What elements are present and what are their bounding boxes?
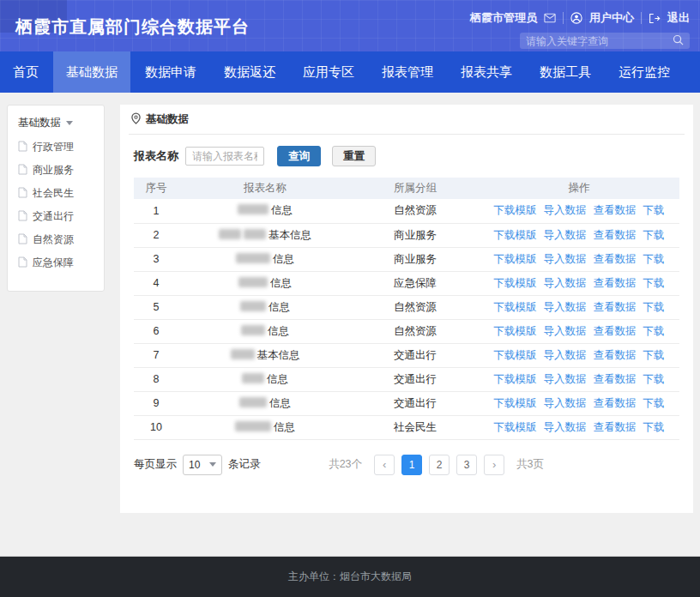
- download-template-link[interactable]: 下载模版: [494, 421, 537, 433]
- download-template-link[interactable]: 下载模版: [494, 229, 537, 241]
- sidebar-item-0[interactable]: 行政管理: [16, 136, 95, 159]
- per-page-select[interactable]: 10: [183, 455, 222, 475]
- total-items: 共23个: [329, 457, 362, 472]
- download-template-link[interactable]: 下载模版: [494, 301, 537, 313]
- prev-page-button[interactable]: ‹: [374, 455, 395, 475]
- report-name-suffix: 信息: [269, 397, 291, 409]
- report-name: 信息: [178, 415, 352, 439]
- download-template-link[interactable]: 下载模版: [494, 277, 537, 289]
- view-data-link[interactable]: 查看数据: [594, 204, 637, 216]
- nav-tab-8[interactable]: 运行监控: [606, 51, 683, 93]
- report-group: 商业服务: [352, 247, 479, 271]
- report-name: 信息: [178, 367, 352, 391]
- import-data-link[interactable]: 导入数据: [544, 204, 587, 216]
- download-link[interactable]: 下载: [643, 373, 665, 385]
- nav-tab-5[interactable]: 报表管理: [369, 51, 446, 93]
- download-template-link[interactable]: 下载模版: [494, 253, 537, 265]
- download-template-link[interactable]: 下载模版: [494, 349, 537, 361]
- view-data-link[interactable]: 查看数据: [594, 277, 637, 289]
- download-link[interactable]: 下载: [643, 204, 665, 216]
- download-template-link[interactable]: 下载模版: [494, 397, 537, 409]
- sidebar-group-toggle[interactable]: 基础数据: [18, 116, 95, 130]
- file-icon: [18, 141, 27, 154]
- import-data-link[interactable]: 导入数据: [544, 229, 587, 241]
- sidebar-item-2[interactable]: 社会民生: [16, 182, 95, 205]
- page-button-2[interactable]: 2: [429, 455, 450, 475]
- nav-tab-0[interactable]: 首页: [0, 51, 51, 93]
- nav-tab-2[interactable]: 数据申请: [132, 51, 209, 93]
- row-index: 10: [134, 415, 178, 439]
- sidebar-item-1[interactable]: 商业服务: [16, 159, 95, 182]
- view-data-link[interactable]: 查看数据: [594, 325, 637, 337]
- reset-button[interactable]: 重置: [332, 146, 376, 166]
- report-group: 应急保障: [352, 271, 479, 295]
- report-name: 基本信息: [178, 343, 352, 367]
- next-page-button[interactable]: ›: [484, 455, 504, 475]
- download-link[interactable]: 下载: [643, 277, 665, 289]
- report-name-suffix: 信息: [267, 373, 288, 385]
- download-link[interactable]: 下载: [643, 325, 665, 337]
- sidebar-item-5[interactable]: 应急保障: [16, 251, 95, 274]
- view-data-link[interactable]: 查看数据: [594, 373, 637, 385]
- app-header: 栖霞市直属部门综合数据平台 栖霞市管理员 用户中心 退出: [0, 0, 700, 51]
- download-link[interactable]: 下载: [643, 253, 665, 265]
- download-template-link[interactable]: 下载模版: [494, 204, 537, 216]
- view-data-link[interactable]: 查看数据: [594, 229, 637, 241]
- nav-tab-7[interactable]: 数据工具: [527, 51, 604, 93]
- redacted-text: [240, 301, 266, 311]
- import-data-link[interactable]: 导入数据: [544, 277, 587, 289]
- download-template-link[interactable]: 下载模版: [494, 325, 537, 337]
- download-template-link[interactable]: 下载模版: [494, 373, 537, 385]
- report-name-suffix: 信息: [273, 253, 294, 265]
- search-icon[interactable]: [673, 33, 684, 49]
- download-link[interactable]: 下载: [643, 301, 665, 313]
- sidebar-item-label: 自然资源: [33, 232, 74, 247]
- import-data-link[interactable]: 导入数据: [544, 325, 587, 337]
- filter-bar: 报表名称 查询 重置: [129, 135, 685, 177]
- sidebar-item-label: 应急保障: [33, 256, 74, 270]
- page-button-1[interactable]: 1: [401, 455, 422, 475]
- download-link[interactable]: 下载: [643, 421, 665, 433]
- nav-tab-3[interactable]: 数据返还: [211, 51, 288, 93]
- report-group: 社会民生: [352, 415, 479, 439]
- logout-link[interactable]: 退出: [667, 10, 690, 26]
- download-link[interactable]: 下载: [643, 397, 665, 409]
- caret-down-icon: [209, 462, 216, 467]
- nav-tab-4[interactable]: 应用专区: [290, 51, 367, 93]
- import-data-link[interactable]: 导入数据: [544, 373, 587, 385]
- download-link[interactable]: 下载: [643, 349, 665, 361]
- import-data-link[interactable]: 导入数据: [544, 301, 587, 313]
- global-search-box[interactable]: [520, 33, 690, 49]
- nav-tab-6[interactable]: 报表共享: [448, 51, 525, 93]
- table-row: 10信息社会民生下载模版导入数据查看数据下载: [134, 415, 679, 439]
- report-name-input[interactable]: [185, 147, 264, 166]
- page-button-3[interactable]: 3: [456, 455, 477, 475]
- import-data-link[interactable]: 导入数据: [544, 349, 587, 361]
- redacted-text: [241, 325, 265, 335]
- envelope-icon[interactable]: [544, 13, 556, 23]
- user-center-link[interactable]: 用户中心: [589, 10, 634, 26]
- sidebar-item-3[interactable]: 交通出行: [16, 205, 95, 228]
- sidebar-item-4[interactable]: 自然资源: [16, 228, 95, 251]
- row-index: 1: [134, 199, 178, 223]
- nav-tab-1[interactable]: 基础数据: [53, 51, 130, 93]
- import-data-link[interactable]: 导入数据: [544, 421, 587, 433]
- import-data-link[interactable]: 导入数据: [544, 397, 587, 409]
- query-button[interactable]: 查询: [277, 146, 321, 166]
- view-data-link[interactable]: 查看数据: [594, 397, 637, 409]
- col-header-index: 序号: [134, 178, 178, 199]
- view-data-link[interactable]: 查看数据: [594, 253, 637, 265]
- sidebar-item-label: 行政管理: [33, 140, 74, 154]
- view-data-link[interactable]: 查看数据: [594, 301, 637, 313]
- user-icon: [570, 12, 582, 24]
- download-link[interactable]: 下载: [643, 229, 665, 241]
- view-data-link[interactable]: 查看数据: [594, 421, 637, 433]
- row-index: 3: [134, 247, 178, 271]
- page-title: 栖霞市直属部门综合数据平台: [15, 15, 250, 39]
- table-row: 4信息应急保障下载模版导入数据查看数据下载: [134, 271, 679, 295]
- import-data-link[interactable]: 导入数据: [544, 253, 587, 265]
- file-icon: [18, 256, 27, 270]
- view-data-link[interactable]: 查看数据: [594, 349, 637, 361]
- row-actions: 下载模版导入数据查看数据下载: [479, 391, 679, 415]
- global-search-input[interactable]: [526, 35, 673, 47]
